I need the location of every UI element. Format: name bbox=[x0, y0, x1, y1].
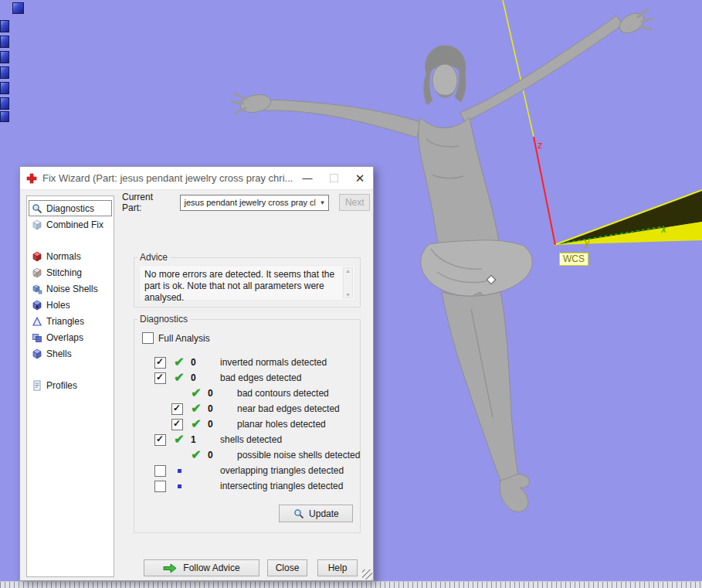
toolbar-icon[interactable] bbox=[0, 66, 9, 79]
toolbar-icon[interactable] bbox=[0, 20, 9, 32]
scroll-up-icon[interactable]: ▲ bbox=[345, 268, 351, 274]
close-button[interactable]: Close bbox=[267, 559, 307, 576]
wizard-content: Current Part: jesus pendant jewelry cros… bbox=[120, 192, 370, 577]
full-analysis-checkbox[interactable] bbox=[142, 332, 154, 344]
y-axis-label: y bbox=[585, 236, 590, 248]
diagnostic-label: planar holes detected bbox=[237, 419, 326, 430]
maximize-button[interactable] bbox=[320, 167, 347, 189]
next-button[interactable]: Next bbox=[339, 194, 370, 211]
noise-shells-icon bbox=[32, 284, 42, 294]
diagnostic-label: bad contours detected bbox=[237, 388, 329, 399]
toolbar-icon[interactable] bbox=[12, 2, 24, 14]
normals-cube-icon bbox=[32, 251, 42, 262]
scroll-down-icon[interactable]: ▼ bbox=[345, 292, 351, 297]
sidebar-item-label: Shells bbox=[46, 348, 72, 359]
triangles-icon bbox=[32, 316, 42, 327]
sidebar-item-label: Normals bbox=[46, 251, 81, 262]
diagnostic-count: 0 bbox=[191, 357, 214, 368]
close-window-button[interactable]: ✕ bbox=[347, 167, 373, 189]
row-checkbox[interactable] bbox=[154, 465, 166, 477]
fix-wizard-cross-icon bbox=[26, 173, 37, 184]
row-checkbox[interactable] bbox=[154, 357, 166, 369]
sidebar-item-combined-fix[interactable]: Combined Fix bbox=[29, 216, 112, 233]
row-checkbox[interactable] bbox=[154, 372, 166, 384]
sidebar-separator bbox=[27, 233, 114, 248]
row-checkbox[interactable] bbox=[171, 403, 183, 415]
current-part-combobox[interactable]: jesus pendant jewelry cross pray chri: ▾ bbox=[180, 195, 329, 211]
status-check-icon: ✔ bbox=[189, 418, 203, 430]
diagnostics-legend: Diagnostics bbox=[137, 314, 190, 325]
update-button[interactable]: Update bbox=[279, 505, 353, 522]
status-check-icon: ✔ bbox=[172, 356, 186, 369]
sidebar-item-label: Holes bbox=[46, 300, 70, 311]
toolbar-icon[interactable] bbox=[0, 82, 9, 94]
diagnostics-group: Diagnostics Full Analysis ✔0inverted nor… bbox=[134, 314, 361, 533]
advice-legend: Advice bbox=[137, 252, 170, 263]
sidebar-item-profiles[interactable]: Profiles bbox=[29, 377, 112, 393]
horizontal-scrollbar[interactable] bbox=[0, 581, 702, 588]
green-arrow-icon bbox=[163, 563, 177, 573]
wcs-label: WCS bbox=[559, 253, 588, 266]
wizard-sidebar: Diagnostics Combined Fix Normals Stitchi… bbox=[26, 195, 114, 577]
full-analysis-row: Full Analysis bbox=[142, 332, 360, 344]
sidebar-item-stitching[interactable]: Stitching bbox=[29, 264, 112, 280]
sidebar-item-holes[interactable]: Holes bbox=[29, 297, 112, 313]
dialog-titlebar[interactable]: Fix Wizard (Part: jesus pendant jewelry … bbox=[20, 167, 373, 190]
diagnostic-count: 0 bbox=[208, 388, 231, 399]
diagnostic-row-bad-contours: ✔0bad contours detected bbox=[171, 386, 360, 401]
diagnostic-row-planar-holes: ✔0planar holes detected bbox=[171, 416, 360, 432]
diagnostic-label: bad edges detected bbox=[220, 372, 301, 383]
sidebar-item-label: Diagnostics bbox=[46, 203, 94, 214]
diagnostic-row-intersecting-triangles: intersecting triangles detected bbox=[154, 478, 360, 494]
x-axis-label: x bbox=[661, 223, 666, 235]
advice-group: Advice No more errors are detected. It s… bbox=[134, 252, 361, 308]
diagnostic-label: intersecting triangles detected bbox=[220, 481, 343, 491]
sidebar-separator bbox=[27, 362, 114, 377]
follow-advice-button[interactable]: Follow Advice bbox=[144, 559, 259, 576]
diagnostic-row-overlapping-triangles: overlapping triangles detected bbox=[154, 463, 360, 478]
dialog-footer: Follow Advice Close Help bbox=[120, 558, 370, 576]
sidebar-item-label: Overlaps bbox=[46, 332, 83, 343]
help-button[interactable]: Help bbox=[317, 559, 358, 576]
diagnostic-count: 0 bbox=[208, 450, 231, 461]
row-checkbox[interactable] bbox=[154, 481, 166, 492]
advice-scrollbar[interactable]: ▲ ▼ bbox=[343, 267, 353, 298]
status-check-icon: ✔ bbox=[189, 449, 203, 461]
overlaps-icon bbox=[32, 332, 42, 343]
diagnostics-rows: ✔0inverted normals detected ✔0bad edges … bbox=[154, 355, 360, 494]
toolbar-icon[interactable] bbox=[0, 111, 9, 122]
chevron-down-icon: ▾ bbox=[315, 199, 328, 206]
sidebar-item-label: Profiles bbox=[46, 380, 77, 391]
toolbar-icon[interactable] bbox=[0, 97, 9, 110]
diagnostic-count: 1 bbox=[191, 434, 214, 445]
sidebar-item-normals[interactable]: Normals bbox=[29, 248, 112, 264]
row-checkbox[interactable] bbox=[154, 434, 166, 446]
toolbar-icon[interactable] bbox=[0, 51, 9, 63]
sidebar-item-label: Stitching bbox=[46, 267, 82, 278]
dialog-title: Fix Wizard (Part: jesus pendant jewelry … bbox=[42, 172, 294, 184]
advice-box: No more errors are detected. It seems th… bbox=[139, 265, 355, 301]
follow-advice-label: Follow Advice bbox=[183, 563, 239, 573]
z-axis-upper bbox=[503, 0, 534, 137]
sidebar-item-label: Triangles bbox=[46, 316, 84, 327]
diagnostic-row-noise-shells: ✔0possible noise shells detected bbox=[171, 447, 360, 463]
sidebar-item-overlaps[interactable]: Overlaps bbox=[29, 329, 112, 345]
sidebar-item-label: Combined Fix bbox=[46, 219, 103, 230]
diagnostic-row-near-bad-edges: ✔0near bad edges detected bbox=[171, 401, 360, 416]
combined-fix-icon bbox=[32, 219, 42, 230]
status-check-icon: ✔ bbox=[172, 433, 186, 446]
resize-grip[interactable] bbox=[362, 569, 372, 580]
diagnostic-label: overlapping triangles detected bbox=[220, 465, 344, 476]
sidebar-item-shells[interactable]: Shells bbox=[29, 345, 112, 362]
sidebar-item-triangles[interactable]: Triangles bbox=[29, 313, 112, 329]
row-checkbox[interactable] bbox=[171, 419, 183, 430]
profiles-doc-icon bbox=[32, 380, 42, 391]
diagnostic-count: 0 bbox=[208, 403, 231, 414]
sidebar-item-diagnostics[interactable]: Diagnostics bbox=[29, 200, 112, 216]
minimize-button[interactable]: — bbox=[294, 167, 320, 189]
diagnostic-label: inverted normals detected bbox=[220, 357, 327, 368]
full-analysis-label: Full Analysis bbox=[158, 333, 210, 344]
toolbar-icon[interactable] bbox=[0, 36, 9, 48]
z-axis-label: z bbox=[538, 139, 543, 151]
sidebar-item-noise-shells[interactable]: Noise Shells bbox=[29, 280, 112, 297]
